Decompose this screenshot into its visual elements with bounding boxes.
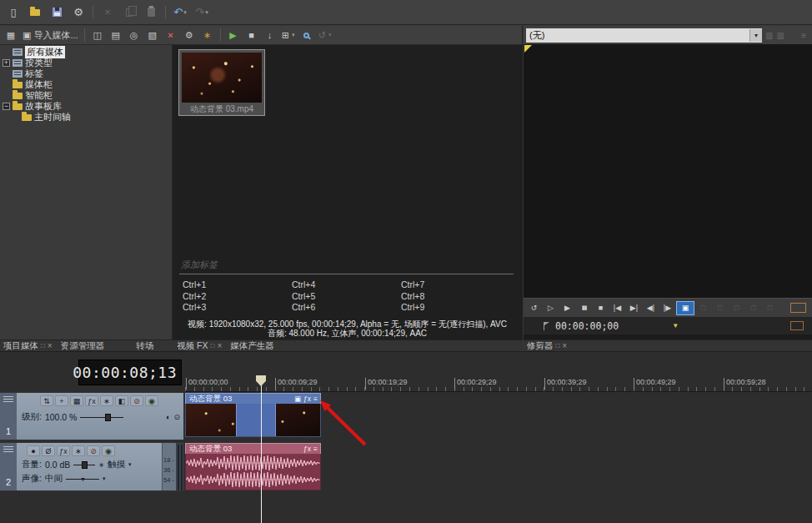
- event-fx-icon[interactable]: ƒx: [303, 395, 311, 403]
- pan-value[interactable]: 中间: [45, 473, 63, 485]
- track-fx-icon[interactable]: ƒx: [57, 445, 70, 456]
- tab-explorer[interactable]: 资源管理器: [61, 340, 105, 352]
- tree-item-main-timeline[interactable]: 主时间轴: [0, 112, 172, 123]
- slider-thumb[interactable]: [82, 461, 88, 469]
- select-right-half-icon[interactable]: □: [745, 301, 761, 315]
- level-slider[interactable]: [80, 414, 123, 421]
- trimmer-preview[interactable]: [524, 44, 812, 298]
- prev-frame-icon[interactable]: ◀|: [643, 301, 659, 315]
- close-window-icon[interactable]: ×: [48, 343, 53, 350]
- timeline-ruler[interactable]: 00:00:00;00 00:00:09;29 00:00:19;29 00:0…: [185, 376, 812, 392]
- open-project-icon[interactable]: [25, 3, 45, 22]
- automation-settings-icon[interactable]: ∗: [100, 395, 113, 406]
- selection-rect-icon[interactable]: ▭: [790, 303, 806, 313]
- new-project-icon[interactable]: ▯: [3, 3, 23, 22]
- media-fx-icon[interactable]: ∗: [199, 28, 216, 43]
- track-grip-icon[interactable]: [3, 446, 13, 452]
- cut-icon[interactable]: ×: [98, 3, 118, 22]
- close-window-icon[interactable]: ×: [562, 343, 567, 350]
- reverse-subclip-icon[interactable]: □: [712, 301, 728, 315]
- search-icon[interactable]: [298, 28, 315, 43]
- trimmer-mode-toggle[interactable]: ▣: [676, 301, 694, 315]
- sync-cursor-icon[interactable]: ↺: [526, 301, 542, 315]
- media-thumbnail-card[interactable]: 动态背景 03.mp4: [178, 49, 265, 116]
- level-value[interactable]: 100.0 %: [45, 412, 78, 422]
- tab-media-generators[interactable]: 媒体产生器: [230, 340, 274, 352]
- pan-slider[interactable]: ▼: [66, 475, 99, 483]
- scan-disc-icon[interactable]: ◎: [126, 28, 143, 43]
- pause-icon[interactable]: ▮▮: [576, 301, 592, 315]
- stop-icon[interactable]: ■: [593, 301, 609, 315]
- import-media-button[interactable]: ▣ 导入媒体...: [21, 28, 80, 43]
- play-icon[interactable]: ▶: [559, 301, 575, 315]
- hamburger-menu-icon[interactable]: ≡: [801, 31, 806, 40]
- trimmer-timecode[interactable]: 00:00:00;00: [555, 320, 619, 332]
- track-grip-icon[interactable]: [3, 396, 13, 402]
- track-motion-icon[interactable]: +: [55, 395, 68, 406]
- track-view-icon[interactable]: ⊙: [173, 413, 180, 421]
- invert-phase-icon[interactable]: Ø: [42, 445, 55, 456]
- tab-project-media[interactable]: 项目媒体 □ ×: [3, 340, 53, 352]
- save-project-icon[interactable]: [47, 3, 67, 22]
- tab-transitions[interactable]: 转场: [136, 340, 153, 352]
- next-frame-icon[interactable]: |▶: [659, 301, 675, 315]
- chevron-down-icon[interactable]: ▼: [749, 29, 762, 42]
- close-window-icon[interactable]: ×: [217, 343, 222, 350]
- volume-value[interactable]: 0.0 dB: [45, 460, 70, 470]
- selected-region[interactable]: [236, 404, 276, 436]
- undo-icon[interactable]: ↶▾: [170, 3, 190, 22]
- select-all-icon[interactable]: □: [762, 301, 778, 315]
- volume-fader[interactable]: [73, 461, 95, 469]
- playhead-line[interactable]: [261, 376, 262, 523]
- auto-preview-play-icon[interactable]: ▶: [225, 28, 242, 43]
- chevron-down-icon[interactable]: ▾: [128, 461, 132, 468]
- collapse-minus-icon[interactable]: −: [3, 103, 10, 110]
- audio-clip[interactable]: 动态背景 03 ƒx ≡: [185, 443, 321, 490]
- tab-video-fx[interactable]: 视频 FX □ ×: [177, 340, 222, 352]
- create-subclip-icon[interactable]: □: [695, 301, 711, 315]
- expand-track-icon[interactable]: ⇅: [40, 395, 53, 406]
- views-grid-icon[interactable]: ▦: [3, 28, 19, 43]
- automation-mode[interactable]: 触摸: [108, 459, 125, 470]
- add-tag-placeholder[interactable]: 添加标签: [178, 259, 515, 271]
- remove-media-icon[interactable]: ×: [163, 28, 179, 43]
- stop-preview-icon[interactable]: ■: [243, 28, 260, 43]
- slider-thumb[interactable]: [105, 414, 111, 421]
- capture-video-icon[interactable]: ▤: [108, 28, 124, 43]
- copy-icon[interactable]: [119, 3, 139, 22]
- arm-record-icon[interactable]: ●: [27, 445, 40, 456]
- compositing-parent-icon[interactable]: ◐: [166, 413, 170, 421]
- play-from-start-icon[interactable]: ▷: [543, 301, 559, 315]
- automation-device-icon[interactable]: ∗: [98, 461, 104, 469]
- float-window-icon[interactable]: □: [211, 342, 215, 350]
- timeline-current-timecode[interactable]: 00:00:08;13: [78, 360, 182, 385]
- event-fx-icon[interactable]: ƒx: [303, 445, 311, 453]
- media-properties-icon[interactable]: ⚙: [181, 28, 198, 43]
- audio-clip-body[interactable]: [185, 454, 321, 490]
- download-icon[interactable]: ↓: [262, 28, 278, 43]
- trimmer-history-dropdown[interactable]: (无) ▼: [526, 28, 762, 43]
- float-window-icon[interactable]: □: [41, 342, 45, 350]
- event-hamburger-icon[interactable]: ≡: [313, 395, 318, 403]
- extract-audio-icon[interactable]: ◫: [89, 28, 106, 43]
- mute-icon[interactable]: ⊘: [87, 445, 100, 456]
- automation-settings-icon[interactable]: ∗: [72, 445, 85, 456]
- video-clip-body[interactable]: [185, 404, 321, 437]
- pan-center-marker[interactable]: ▼: [80, 476, 86, 482]
- event-hamburger-icon[interactable]: ≡: [313, 445, 318, 453]
- views-dropdown-icon[interactable]: ⊞▾: [280, 28, 297, 43]
- tab-trimmer[interactable]: 修剪器 □ ×: [527, 340, 567, 352]
- chevron-down-icon[interactable]: ▾: [103, 475, 106, 482]
- selection-box-icon[interactable]: [790, 321, 804, 330]
- event-pan-crop-icon[interactable]: ▣: [294, 395, 301, 403]
- refresh-icon[interactable]: ↺▾: [317, 28, 333, 43]
- bypass-motion-blur-icon[interactable]: ▦: [70, 395, 83, 406]
- video-clip[interactable]: 动态背景 03 ▣ ƒx ≡: [185, 393, 321, 437]
- save-markers-icon[interactable]: ▥: [765, 31, 773, 40]
- paste-icon[interactable]: [141, 3, 161, 22]
- tree-item-storyboard-library[interactable]: − 故事板库: [0, 101, 172, 112]
- expand-plus-icon[interactable]: +: [3, 59, 10, 67]
- select-left-half-icon[interactable]: □: [729, 301, 744, 315]
- history-icon[interactable]: ▥: [776, 31, 784, 40]
- mute-icon[interactable]: ⊘: [130, 395, 143, 406]
